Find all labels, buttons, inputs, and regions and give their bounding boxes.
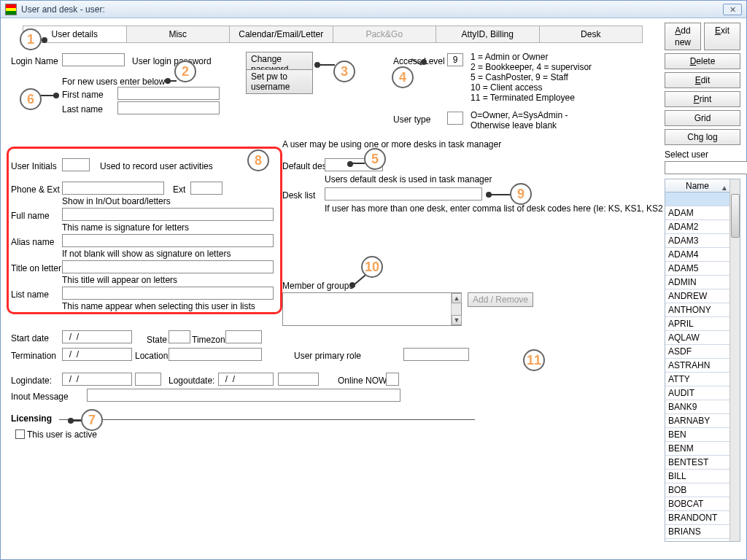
list-item[interactable]: ASDF [665, 345, 729, 359]
desk-list-label: Desk list [282, 190, 315, 201]
list-item[interactable]: BOBCAT [665, 497, 729, 511]
list-item[interactable]: BRIANS [665, 525, 729, 539]
location-input[interactable] [169, 348, 262, 361]
ext-label: Ext [173, 184, 185, 195]
titlebar: User and desk - user: ✕ [1, 1, 746, 18]
user-list-scrollbar[interactable] [729, 179, 740, 541]
groups-scrollbar[interactable]: ▲ ▼ [451, 293, 461, 325]
first-name-input[interactable] [117, 87, 220, 100]
set-pw-to-username-button[interactable]: Set pw to username [246, 69, 313, 94]
list-item[interactable]: ANTHONY [665, 303, 729, 317]
logouttime-input[interactable] [278, 373, 319, 386]
add-remove-button[interactable]: Add / Remove [468, 292, 533, 307]
chg-log-button[interactable]: Chg log [665, 129, 740, 145]
list-item[interactable]: ADAM3 [665, 234, 729, 248]
print-button[interactable]: Print [665, 91, 740, 107]
ext-input[interactable] [190, 182, 222, 195]
body: User details Misc Calendar/Email/Letter … [1, 18, 746, 559]
select-user-label: Select user [665, 149, 740, 160]
list-item[interactable]: ADAM2 [665, 220, 729, 234]
close-icon[interactable]: ✕ [723, 4, 742, 15]
list-item[interactable]: ADAM [665, 206, 729, 220]
tab-packgo[interactable]: Pack&Go [333, 26, 437, 42]
default-desk-input[interactable] [325, 158, 383, 171]
logindate-input[interactable] [62, 373, 132, 386]
start-date-input[interactable] [62, 330, 132, 343]
select-user-panel: Select user Go Name ▲ ADAMADAM2ADAM3ADAM… [665, 149, 740, 542]
select-user-input[interactable] [665, 161, 747, 174]
scrollbar-thumb[interactable] [731, 194, 740, 238]
member-of-groups-box[interactable]: ▲ ▼ [282, 292, 462, 326]
marker-11: 11 [523, 349, 545, 371]
list-item[interactable]: BOB [665, 483, 729, 497]
list-item[interactable]: ATTY [665, 373, 729, 386]
last-name-input[interactable] [117, 101, 220, 114]
marker-6: 6 [20, 88, 42, 110]
title-letter-input[interactable] [62, 260, 274, 273]
scroll-down-icon[interactable]: ▼ [452, 315, 462, 325]
user-type-label: User type [393, 114, 430, 125]
tab-user-details[interactable]: User details [23, 26, 127, 42]
delete-button[interactable]: Delete [665, 53, 740, 69]
inout-message-input[interactable] [87, 389, 400, 402]
grid-button[interactable]: Grid [665, 110, 740, 126]
list-item[interactable]: ADAM5 [665, 262, 729, 276]
login-name-input[interactable] [62, 53, 125, 66]
tab-calendar-email-letter[interactable]: Calendar/Email/Letter [230, 26, 333, 42]
list-item[interactable]: BANK9 [665, 400, 729, 414]
tab-attyid-billing[interactable]: AttyID, Billing [436, 26, 540, 42]
tab-desk[interactable]: Desk [540, 26, 643, 42]
list-name-input[interactable] [62, 287, 274, 300]
window-title: User and desk - user: [21, 4, 721, 15]
termination-label: Termination [11, 351, 56, 361]
list-item[interactable]: AUDIT [665, 386, 729, 400]
list-item[interactable]: ASTRAHN [665, 359, 729, 373]
user-primary-role-input[interactable] [403, 348, 469, 361]
list-name-hint: This name appear when selecting this use… [62, 301, 255, 311]
full-name-input[interactable] [62, 208, 274, 221]
list-item[interactable]: BULLETIN [665, 539, 729, 541]
active-checkbox[interactable] [15, 429, 25, 439]
list-item[interactable]: ANDREW [665, 289, 729, 303]
logintime-input[interactable] [135, 373, 161, 386]
user-list-header[interactable]: Name ▲ [665, 179, 729, 192]
termination-input[interactable] [62, 348, 132, 361]
edit-button[interactable]: Edit [665, 72, 740, 88]
logoutdate-label: Logoutdate: [169, 376, 214, 386]
scroll-up-icon[interactable]: ▲ [452, 293, 462, 303]
state-input[interactable] [169, 330, 190, 343]
desk-list-hint: If user has more than one desk, enter co… [325, 203, 668, 214]
online-now-label: Online NOW [338, 376, 387, 386]
timezone-input[interactable] [225, 330, 262, 343]
list-item[interactable]: BEN [665, 428, 729, 442]
online-now-input[interactable] [386, 373, 399, 386]
tab-misc[interactable]: Misc [127, 26, 231, 42]
access-level-input[interactable] [447, 53, 463, 66]
list-item[interactable]: BENTEST [665, 456, 729, 470]
user-initials-label: User Initials [11, 161, 57, 171]
add-new-button[interactable]: Add new [665, 23, 701, 50]
access-legend-1: 1 = Admin or Owner [471, 52, 548, 62]
list-item[interactable]: ADMIN [665, 276, 729, 289]
alias-name-input[interactable] [62, 234, 274, 247]
list-item[interactable]: BENM [665, 442, 729, 456]
list-item[interactable]: ADAM4 [665, 248, 729, 262]
list-item[interactable]: BARNABY [665, 414, 729, 428]
phone-input[interactable] [62, 182, 164, 195]
timezone-label: Timezone [192, 335, 230, 345]
list-item[interactable] [665, 192, 729, 206]
user-initials-input[interactable] [62, 158, 90, 171]
state-label: State [147, 335, 167, 345]
desk-list-input[interactable] [325, 187, 482, 201]
user-primary-role-label: User primary role [294, 351, 361, 361]
list-item[interactable]: BILL [665, 470, 729, 483]
for-new-users-hint: For new users enter below [62, 77, 165, 87]
logoutdate-input[interactable] [218, 373, 274, 386]
list-item[interactable]: APRIL [665, 317, 729, 331]
access-legend-4: 10 = Client access [471, 82, 542, 93]
exit-button[interactable]: Exit [704, 23, 740, 50]
list-item[interactable]: BRANDONT [665, 511, 729, 525]
user-type-input[interactable] [447, 112, 463, 125]
list-item[interactable]: AQLAW [665, 331, 729, 345]
first-name-label: First name [62, 90, 104, 100]
